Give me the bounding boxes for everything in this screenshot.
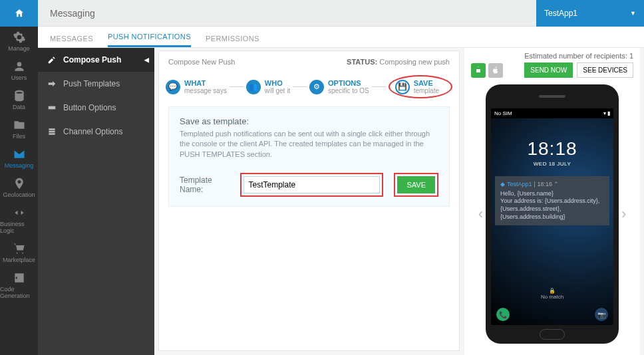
phone-dialer-icon: 📞 — [496, 308, 510, 321]
channel-icon — [47, 127, 57, 136]
compose-canvas: Compose New Push STATUS: Composing new p… — [158, 51, 460, 351]
ios-toggle[interactable] — [488, 63, 503, 78]
rail-code-generation[interactable]: Code Generation — [0, 267, 38, 303]
page-title: Messaging — [50, 8, 95, 19]
recipients-label: Estimated number of recipients: 1 — [471, 52, 633, 60]
panel-description: Templated push notifications can be sent… — [180, 129, 438, 160]
status-text: STATUS: Composing new push — [347, 58, 450, 66]
compose-icon — [47, 55, 57, 64]
send-now-button[interactable]: SEND NOW — [524, 62, 573, 78]
tab-push-notifications[interactable]: PUSH NOTIFICATIONS — [108, 33, 191, 47]
users-icon: 👥 — [246, 80, 261, 94]
save-button[interactable]: SAVE — [397, 176, 435, 193]
template-name-input[interactable] — [243, 176, 380, 193]
see-devices-button[interactable]: SEE DEVICES — [577, 62, 633, 78]
rail-files[interactable]: Files — [0, 114, 38, 144]
rail-data[interactable]: Data — [0, 85, 38, 114]
notification-preview: ◆TestApp1 | 18:16 ⌃ Hello, {Users.name} … — [495, 176, 609, 225]
breadcrumb: Compose New Push — [168, 58, 235, 66]
android-toggle[interactable] — [471, 63, 486, 78]
apple-icon — [492, 66, 500, 74]
sidenav-channel-options[interactable]: Channel Options — [38, 120, 154, 144]
rail-manage[interactable]: Manage — [0, 27, 38, 56]
home-button[interactable] — [0, 0, 38, 27]
preview-pane: Estimated number of recipients: 1 SEND N… — [464, 48, 640, 355]
lock-date: WED 18 JULY — [491, 161, 613, 167]
device-mock: No SIM▾ ▮ 18:18 WED 18 JULY ◆TestApp1 | … — [486, 84, 619, 344]
prev-device-button[interactable]: ‹ — [478, 205, 483, 223]
template-name-label: Template Name: — [180, 176, 235, 194]
rail-marketplace[interactable]: Marketplace — [0, 238, 38, 267]
rail-messaging[interactable]: Messaging — [0, 144, 38, 173]
highlight-ring-save-step: 💾 SAVEtemplate — [389, 75, 452, 98]
step-who[interactable]: 👥 WHOwill get it — [246, 79, 290, 94]
chat-icon: 💬 — [166, 80, 180, 94]
side-nav: Compose Push Push Templates Button Optio… — [38, 48, 154, 355]
step-options[interactable]: ⚙ OPTIONSspecific to OS — [309, 79, 369, 94]
sidenav-button-options[interactable]: Button Options — [38, 96, 154, 120]
sidenav-push-templates[interactable]: Push Templates — [38, 72, 154, 96]
wizard-steps: 💬 WHATmessage says 👥 WHOwill get it ⚙ OP… — [159, 72, 459, 106]
rail-geolocation[interactable]: Geolocation — [0, 173, 38, 202]
status-icons: ▾ ▮ — [603, 110, 610, 116]
lock-indicator: 🔒No match — [491, 288, 613, 300]
tab-messages[interactable]: MESSAGES — [50, 35, 93, 47]
header-bar: Messaging TestApp1 ▼ — [38, 0, 644, 27]
highlight-box-save: SAVE — [394, 173, 438, 197]
tab-permissions[interactable]: PERMISSIONS — [206, 35, 259, 47]
home-icon — [14, 8, 25, 19]
next-device-button[interactable]: › — [621, 205, 626, 223]
rail-business-logic[interactable]: Business Logic — [0, 202, 38, 238]
gear-icon: ⚙ — [309, 80, 324, 94]
caret-down-icon: ▼ — [630, 10, 636, 17]
android-icon — [474, 66, 482, 74]
button-icon — [47, 103, 57, 112]
highlight-box-input — [240, 173, 383, 197]
panel-heading: Save as template: — [180, 116, 438, 126]
status-no-sim: No SIM — [494, 110, 512, 116]
share-icon — [47, 79, 57, 88]
lock-clock: 18:18 — [491, 138, 613, 160]
app-selector[interactable]: TestApp1 ▼ — [536, 0, 644, 27]
step-what[interactable]: 💬 WHATmessage says — [166, 79, 227, 94]
phone-camera-icon: 📷 — [595, 308, 608, 321]
left-rail: Manage Users Data Files Messaging Geoloc… — [0, 0, 38, 355]
rail-users[interactable]: Users — [0, 56, 38, 85]
save-template-panel: Save as template: Templated push notific… — [168, 106, 450, 207]
sidenav-compose-push[interactable]: Compose Push — [38, 48, 154, 72]
save-icon: 💾 — [395, 80, 410, 94]
tabs: MESSAGES PUSH NOTIFICATIONS PERMISSIONS — [38, 27, 644, 48]
step-save[interactable]: 💾 SAVEtemplate — [395, 79, 439, 94]
